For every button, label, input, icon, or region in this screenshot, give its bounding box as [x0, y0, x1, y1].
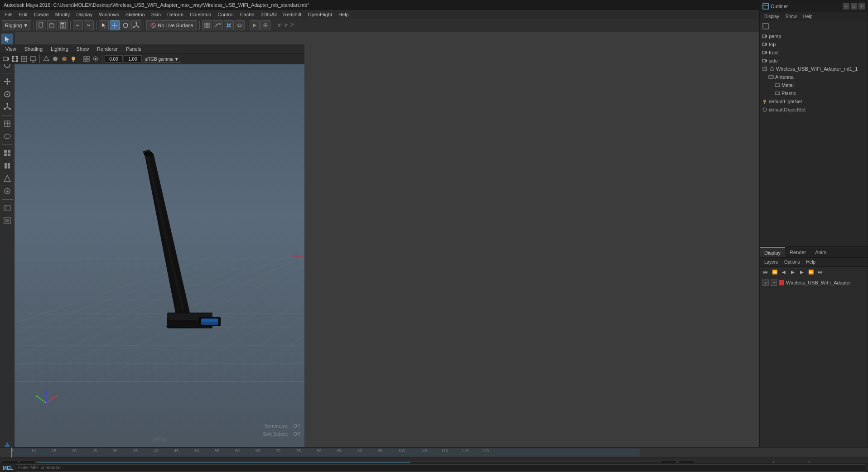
rotate-tool[interactable] — [1, 88, 13, 100]
outliner-item-metal[interactable]: Metal — [760, 81, 868, 89]
rotate-mode-btn[interactable] — [121, 20, 130, 30]
universal-tool[interactable] — [1, 118, 13, 130]
menu-modify[interactable]: Modify — [53, 11, 72, 18]
vp-value2-input[interactable] — [124, 55, 142, 63]
menu-cache[interactable]: Cache — [237, 11, 257, 18]
vp-display-btn[interactable] — [29, 55, 37, 63]
vp-menu-shading[interactable]: Shading — [21, 45, 46, 53]
menu-create[interactable]: Create — [31, 11, 52, 18]
menu-deform[interactable]: Deform — [164, 11, 186, 18]
menu-skin[interactable]: Skin — [149, 11, 164, 18]
undo-button[interactable]: ↩ — [73, 20, 83, 30]
gamma-selector[interactable]: sRGB gamma ▼ — [143, 55, 181, 63]
menu-windows[interactable]: Windows — [96, 11, 122, 18]
outliner-item-plastic[interactable]: Plastic — [760, 89, 868, 97]
snap-surface-btn[interactable] — [235, 20, 245, 30]
go-start-btn[interactable]: ⏮ — [762, 268, 770, 276]
select-mode-btn[interactable] — [99, 20, 109, 30]
vp-film-btn[interactable] — [11, 55, 19, 63]
layer-menu-help[interactable]: Help — [803, 259, 818, 265]
snap-point-btn[interactable] — [224, 20, 234, 30]
outliner-maximize[interactable]: □ — [851, 3, 857, 10]
ui-tool-2[interactable] — [1, 160, 13, 172]
outliner-minimize[interactable]: − — [843, 3, 849, 10]
playhead[interactable] — [11, 448, 12, 458]
outliner-item-persp[interactable]: persp — [760, 32, 868, 40]
vp-menu-lighting[interactable]: Lighting — [47, 45, 72, 53]
ui-tool-6[interactable] — [1, 215, 13, 226]
tab-render[interactable]: Render — [785, 248, 810, 257]
menu-display[interactable]: Display — [73, 11, 95, 18]
vp-wireframe-btn[interactable] — [42, 55, 50, 63]
vp-menu-show[interactable]: Show — [73, 45, 93, 53]
next-key-btn[interactable]: ⏩ — [807, 268, 815, 276]
prev-frame-btn[interactable]: ◀ — [780, 268, 788, 276]
outliner-toolbar-btn1[interactable] — [762, 22, 770, 30]
outliner-menu-display[interactable]: Display — [762, 13, 782, 20]
menu-skeleton[interactable]: Skeleton — [123, 11, 148, 18]
vp-menu-panels[interactable]: Panels — [122, 45, 145, 53]
play-btn[interactable]: ▶ — [789, 268, 797, 276]
timeline-ruler[interactable]: 5 10 15 20 25 30 35 40 45 50 55 60 65 70… — [0, 448, 868, 458]
move-tool[interactable] — [1, 76, 13, 87]
outliner-item-front[interactable]: front — [760, 48, 868, 57]
menu-3dtoall[interactable]: 3DtoAll — [258, 11, 279, 18]
prev-key-btn[interactable]: ⏪ — [771, 268, 779, 276]
select-tool[interactable] — [1, 34, 13, 45]
go-end-btn[interactable]: ⏭ — [816, 268, 824, 276]
snap-curve-btn[interactable] — [213, 20, 223, 30]
menu-openflight[interactable]: OpenFlight — [305, 11, 335, 18]
outliner-item-adapter-group[interactable]: Wireless_USB_WiFi_Adapter_nd1_1 — [760, 65, 868, 73]
vp-isolate-btn[interactable] — [92, 55, 100, 63]
outliner-item-top[interactable]: top — [760, 40, 868, 48]
scale-tool[interactable] — [1, 101, 13, 113]
vp-menu-view[interactable]: View — [2, 45, 20, 53]
layer-visibility-btn[interactable]: V — [762, 279, 769, 286]
ipr-render-btn[interactable] — [260, 20, 270, 30]
outliner-item-objectset[interactable]: defaultObjectSet — [760, 106, 868, 114]
vp-value1-input[interactable] — [105, 55, 123, 63]
vp-select-type-btn[interactable] — [82, 55, 91, 63]
menu-redshift[interactable]: Redshift — [280, 11, 304, 18]
snap-grid-btn[interactable] — [202, 20, 212, 30]
move-mode-btn[interactable] — [110, 20, 120, 30]
outliner-menu-help[interactable]: Help — [800, 13, 815, 20]
layer-menu-options[interactable]: Options — [781, 259, 802, 265]
new-button[interactable] — [36, 20, 46, 30]
scale-mode-btn[interactable] — [131, 20, 141, 30]
ui-tool-1[interactable] — [1, 147, 13, 159]
menu-edit[interactable]: Edit — [16, 11, 30, 18]
vp-menu-renderer[interactable]: Renderer — [93, 45, 121, 53]
no-live-surface-button[interactable]: No Live Surface — [146, 20, 197, 30]
next-frame-btn[interactable]: ▶ — [798, 268, 806, 276]
outliner-item-antenna[interactable]: Antenna — [760, 73, 868, 81]
outliner-menu-show[interactable]: Show — [783, 13, 800, 20]
render-btn[interactable] — [250, 20, 260, 30]
vp-grid-btn[interactable] — [20, 55, 28, 63]
menu-control[interactable]: Control — [215, 11, 236, 18]
outliner-item-side[interactable]: side — [760, 57, 868, 65]
ui-tool-3[interactable] — [1, 173, 13, 184]
ui-tool-5[interactable] — [1, 202, 13, 214]
redo-button[interactable]: ↪ — [84, 20, 94, 30]
mel-input[interactable] — [16, 464, 865, 472]
layer-menu-layers[interactable]: Layers — [762, 259, 781, 265]
outliner-close[interactable]: × — [858, 3, 865, 10]
tab-anim[interactable]: Anim — [810, 248, 831, 257]
save-button[interactable] — [58, 20, 68, 30]
vp-light-btn[interactable] — [69, 55, 77, 63]
vp-shaded-btn[interactable] — [51, 55, 59, 63]
outliner-item-lightset[interactable]: defaultLightSet — [760, 97, 868, 106]
layer-playback-btn[interactable]: P — [771, 279, 777, 286]
vp-camera-btn[interactable] — [2, 55, 10, 63]
menu-constrain[interactable]: Constrain — [187, 11, 214, 18]
tab-display[interactable]: Display — [760, 247, 785, 257]
vp-textured-btn[interactable] — [60, 55, 68, 63]
soft-mod-tool[interactable] — [1, 130, 13, 142]
ui-tool-4[interactable] — [1, 185, 13, 197]
main-viewport[interactable]: persp Symmetry: Off Soft Select: Off X Y… — [14, 64, 304, 447]
mode-dropdown[interactable]: Rigging ▼ — [2, 20, 31, 30]
menu-help[interactable]: Help — [336, 11, 352, 18]
menu-file[interactable]: File — [2, 11, 15, 18]
open-button[interactable] — [47, 20, 57, 30]
